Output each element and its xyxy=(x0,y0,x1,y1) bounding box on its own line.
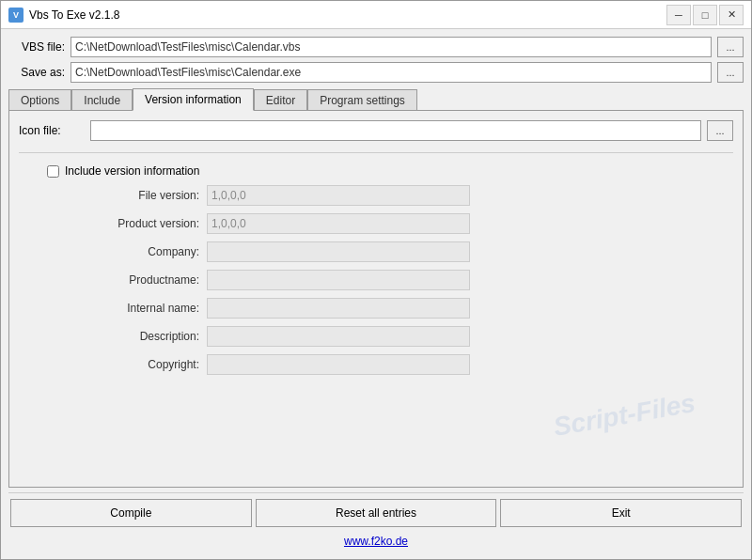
field-description: Description: xyxy=(19,326,733,347)
description-label: Description: xyxy=(19,330,207,343)
save-as-input[interactable] xyxy=(70,62,712,83)
bottom-buttons: Compile Reset all entries Exit xyxy=(8,492,744,527)
include-version-label: Include version information xyxy=(65,164,199,178)
include-version-checkbox[interactable] xyxy=(47,165,59,178)
tab-include[interactable]: Include xyxy=(71,89,133,111)
tabs-area: Options Include Version information Edit… xyxy=(8,87,744,488)
vbs-file-input[interactable] xyxy=(70,37,712,57)
field-productname: Productname: xyxy=(19,270,733,290)
app-icon: V xyxy=(8,8,24,23)
internal-name-input[interactable] xyxy=(207,298,470,319)
title-bar-left: V Vbs To Exe v2.1.8 xyxy=(8,8,120,23)
tab-options[interactable]: Options xyxy=(8,89,71,111)
tab-editor[interactable]: Editor xyxy=(254,89,307,111)
exit-button[interactable]: Exit xyxy=(500,499,742,527)
content-area: VBS file: ... Save as: ... Options Inclu… xyxy=(1,29,751,559)
company-input[interactable] xyxy=(207,241,470,262)
divider-1 xyxy=(19,152,733,153)
product-version-input[interactable] xyxy=(207,213,470,234)
file-version-label: File version: xyxy=(19,189,207,202)
field-company: Company: xyxy=(19,241,733,262)
icon-browse-button[interactable]: ... xyxy=(707,120,733,141)
company-label: Company: xyxy=(19,245,207,258)
maximize-button[interactable]: □ xyxy=(693,5,717,25)
vbs-browse-button[interactable]: ... xyxy=(717,37,744,57)
icon-file-row: Icon file: ... xyxy=(19,120,733,141)
vbs-file-row: VBS file: ... xyxy=(8,37,744,57)
watermark: Script-Files xyxy=(551,388,697,443)
internal-name-label: Internal name: xyxy=(19,302,207,315)
product-version-label: Product version: xyxy=(19,217,207,230)
icon-file-label: Icon file: xyxy=(19,124,85,137)
field-product-version: Product version: xyxy=(19,213,733,234)
tab-program-settings[interactable]: Program settings xyxy=(307,89,417,111)
file-version-input[interactable] xyxy=(207,185,470,206)
field-copyright: Copyright: xyxy=(19,354,733,375)
field-file-version: File version: xyxy=(19,185,733,206)
title-bar: V Vbs To Exe v2.1.8 ─ □ ✕ xyxy=(1,1,751,29)
version-fields: File version: Product version: Company: … xyxy=(19,185,733,375)
save-browse-button[interactable]: ... xyxy=(717,62,744,83)
minimize-button[interactable]: ─ xyxy=(666,5,691,25)
save-as-label: Save as: xyxy=(8,66,65,79)
tab-content-version: Icon file: ... Include version informati… xyxy=(8,110,744,488)
copyright-label: Copyright: xyxy=(19,358,207,371)
icon-file-input[interactable] xyxy=(90,120,701,141)
productname-label: Productname: xyxy=(19,273,207,287)
compile-button[interactable]: Compile xyxy=(10,499,252,527)
description-input[interactable] xyxy=(207,326,470,347)
title-controls: ─ □ ✕ xyxy=(666,5,744,25)
tab-bar: Options Include Version information Edit… xyxy=(8,87,744,110)
include-version-row: Include version information xyxy=(19,164,733,178)
footer-link[interactable]: www.f2ko.de xyxy=(344,535,408,548)
copyright-input[interactable] xyxy=(207,354,470,375)
save-as-row: Save as: ... xyxy=(8,62,744,83)
productname-input[interactable] xyxy=(207,270,470,290)
tab-version-information[interactable]: Version information xyxy=(133,88,254,111)
window-title: Vbs To Exe v2.1.8 xyxy=(29,8,120,22)
close-button[interactable]: ✕ xyxy=(719,5,744,25)
field-internal-name: Internal name: xyxy=(19,298,733,319)
reset-button[interactable]: Reset all entries xyxy=(256,499,497,527)
footer: www.f2ko.de xyxy=(8,532,744,552)
vbs-file-label: VBS file: xyxy=(8,40,65,54)
main-window: V Vbs To Exe v2.1.8 ─ □ ✕ VBS file: ... … xyxy=(0,0,752,560)
